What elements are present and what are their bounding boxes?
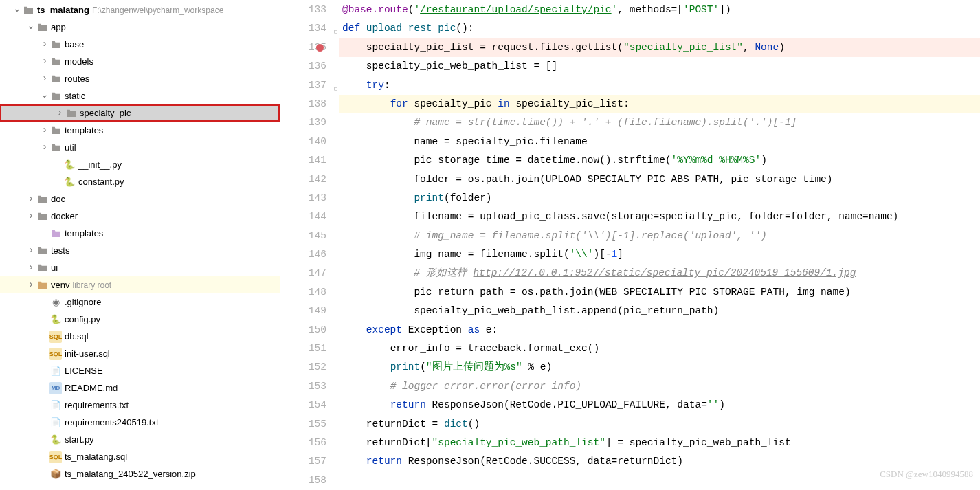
line-number[interactable]: 140 bbox=[280, 133, 326, 151]
code-line[interactable]: # img_name = filename.split('\\')[-1].re… bbox=[339, 227, 980, 245]
fold-icon[interactable]: ⊟ bbox=[334, 80, 337, 99]
line-number[interactable]: 134 bbox=[280, 19, 326, 38]
code-line[interactable]: for specialty_pic in specialty_pic_list: bbox=[339, 95, 980, 113]
line-number[interactable]: 139 bbox=[280, 113, 326, 132]
fold-icon[interactable]: ⊟ bbox=[334, 23, 337, 42]
line-number[interactable]: 153 bbox=[280, 377, 326, 396]
tree-item-venv[interactable]: venv library root bbox=[0, 276, 280, 293]
code-line[interactable]: name = specialty_pic.filename bbox=[339, 133, 980, 151]
code-line[interactable]: print("图片上传问题为%s" % e) bbox=[339, 358, 980, 377]
tree-item-base[interactable]: base bbox=[0, 36, 280, 53]
line-number[interactable]: 156 bbox=[280, 434, 326, 452]
line-number[interactable]: 137 bbox=[280, 76, 326, 95]
line-number[interactable]: 157 bbox=[280, 452, 326, 471]
line-number[interactable]: 142 bbox=[280, 170, 326, 189]
line-number[interactable]: 138 bbox=[280, 95, 326, 113]
tree-item-readme-md[interactable]: MDREADME.md bbox=[0, 379, 280, 397]
line-number[interactable]: 151 bbox=[280, 339, 326, 358]
code-line[interactable]: # name = str(time.time()) + '.' + (file.… bbox=[339, 113, 980, 132]
code-line[interactable]: filename = upload_pic_class.save(storage… bbox=[339, 208, 980, 226]
code-line[interactable]: pic_return_path = os.path.join(WEB_SPECI… bbox=[339, 283, 980, 302]
line-number[interactable]: 133 bbox=[280, 1, 326, 19]
code-line[interactable]: error_info = traceback.format_exc() bbox=[339, 339, 980, 358]
code-line[interactable]: except Exception as e: bbox=[339, 321, 980, 339]
code-line[interactable]: # logger_error.error(error_info) bbox=[339, 377, 980, 396]
tree-item-requirements240519-txt[interactable]: 📄requirements240519.txt bbox=[0, 414, 280, 431]
line-number[interactable]: 144 bbox=[280, 208, 326, 226]
chevron-right-icon[interactable] bbox=[26, 245, 36, 256]
code-line[interactable]: print(folder) bbox=[339, 189, 980, 208]
chevron-right-icon[interactable] bbox=[26, 280, 36, 291]
line-number[interactable]: 150 bbox=[280, 321, 326, 339]
line-number[interactable]: 152 bbox=[280, 358, 326, 377]
code-line[interactable]: @base.route('/restaurant/upload/specialt… bbox=[339, 1, 980, 19]
tree-item-ts-malatang-sql[interactable]: SQLts_malatang.sql bbox=[0, 448, 280, 465]
tree-item---init---py[interactable]: 🐍__init__.py bbox=[0, 156, 280, 173]
chevron-down-icon[interactable] bbox=[40, 91, 49, 102]
chevron-right-icon[interactable] bbox=[40, 56, 49, 67]
code-line[interactable]: returnDict = dict() bbox=[339, 415, 980, 434]
tree-item-db-sql[interactable]: SQLdb.sql bbox=[0, 328, 280, 345]
line-number[interactable]: 149 bbox=[280, 302, 326, 320]
tree-item-constant-py[interactable]: 🐍constant.py bbox=[0, 173, 280, 190]
tree-item-requirements-txt[interactable]: 📄requirements.txt bbox=[0, 397, 280, 414]
line-number[interactable]: 158 bbox=[280, 471, 326, 490]
tree-item-ui[interactable]: ui bbox=[0, 259, 280, 276]
chevron-right-icon[interactable] bbox=[40, 142, 49, 153]
tree-item-templates[interactable]: templates bbox=[0, 225, 280, 242]
tree-item-license[interactable]: 📄LICENSE bbox=[0, 362, 280, 379]
tree-root[interactable]: ts_malatang F:\zhangenwei\pycharm_worksp… bbox=[0, 1, 280, 19]
chevron-down-icon[interactable] bbox=[26, 22, 36, 33]
tree-item-tests[interactable]: tests bbox=[0, 242, 280, 259]
code-line[interactable]: ⊟def upload_rest_pic(): bbox=[339, 19, 980, 38]
line-number[interactable]: 135 bbox=[280, 38, 326, 57]
code-line[interactable]: ⊟ try: bbox=[339, 76, 980, 95]
code-line[interactable]: img_name = filename.split('\\')[-1] bbox=[339, 245, 980, 264]
tree-item-init-user-sql[interactable]: SQLinit-user.sql bbox=[0, 345, 280, 362]
tree-item-ts-malatang-240522-version-zip[interactable]: 📦ts_malatang_240522_version.zip bbox=[0, 465, 280, 482]
line-number[interactable]: 145 bbox=[280, 227, 326, 245]
line-number[interactable]: 154 bbox=[280, 396, 326, 414]
chevron-right-icon[interactable] bbox=[40, 125, 49, 136]
code-line[interactable]: specialty_pic_web_path_list = [] bbox=[339, 57, 980, 76]
code-line[interactable]: folder = os.path.join(UPLOAD_SPECIALTY_P… bbox=[339, 170, 980, 189]
chevron-right-icon[interactable] bbox=[26, 211, 36, 222]
code-editor[interactable]: 1331341351361371381391401411421431441451… bbox=[280, 0, 980, 490]
chevron-right-icon[interactable] bbox=[26, 263, 36, 274]
project-tree[interactable]: ts_malatang F:\zhangenwei\pycharm_worksp… bbox=[0, 0, 280, 490]
line-number[interactable]: 136 bbox=[280, 57, 326, 76]
tree-item-start-py[interactable]: 🐍start.py bbox=[0, 431, 280, 448]
tree-item-routes[interactable]: routes bbox=[0, 70, 280, 87]
tree-item-docker[interactable]: docker bbox=[0, 208, 280, 225]
chevron-down-icon[interactable] bbox=[12, 5, 22, 16]
tree-item--gitignore[interactable]: ◉.gitignore bbox=[0, 293, 280, 311]
tree-item-label: app bbox=[51, 22, 66, 32]
code-line[interactable]: pic_storage_time = datetime.now().strfti… bbox=[339, 151, 980, 170]
tree-item-templates[interactable]: templates bbox=[0, 122, 280, 139]
tree-item-models[interactable]: models bbox=[0, 53, 280, 70]
code-line[interactable]: specialty_pic_web_path_list.append(pic_r… bbox=[339, 302, 980, 320]
chevron-right-icon[interactable] bbox=[40, 39, 49, 50]
line-number[interactable]: 148 bbox=[280, 283, 326, 302]
line-number[interactable]: 143 bbox=[280, 189, 326, 208]
code-area[interactable]: @base.route('/restaurant/upload/specialt… bbox=[339, 0, 980, 490]
tree-item-app[interactable]: app bbox=[0, 19, 280, 36]
tree-item-config-py[interactable]: 🐍config.py bbox=[0, 311, 280, 328]
gutter[interactable]: 1331341351361371381391401411421431441451… bbox=[280, 0, 339, 490]
code-line[interactable]: # 形如这样 http://127.0.0.1:9527/static/spec… bbox=[339, 264, 980, 282]
chevron-right-icon[interactable] bbox=[55, 108, 65, 119]
chevron-right-icon[interactable] bbox=[40, 74, 49, 85]
chevron-right-icon[interactable] bbox=[26, 194, 36, 205]
code-line[interactable]: specialty_pic_list = request.files.getli… bbox=[339, 38, 980, 57]
line-number[interactable]: 147 bbox=[280, 264, 326, 282]
breakpoint-icon[interactable] bbox=[316, 44, 324, 52]
line-number[interactable]: 141 bbox=[280, 151, 326, 170]
tree-item-util[interactable]: util bbox=[0, 139, 280, 156]
tree-item-specialty-pic[interactable]: specialty_pic bbox=[0, 104, 280, 122]
tree-item-static[interactable]: static bbox=[0, 87, 280, 104]
code-line[interactable]: returnDict["specialty_pic_web_path_list"… bbox=[339, 434, 980, 452]
code-line[interactable]: return ResponseJson(RetCode.PIC_UPLOAD_F… bbox=[339, 396, 980, 414]
line-number[interactable]: 146 bbox=[280, 245, 326, 264]
tree-item-doc[interactable]: doc bbox=[0, 190, 280, 208]
line-number[interactable]: 155 bbox=[280, 415, 326, 434]
